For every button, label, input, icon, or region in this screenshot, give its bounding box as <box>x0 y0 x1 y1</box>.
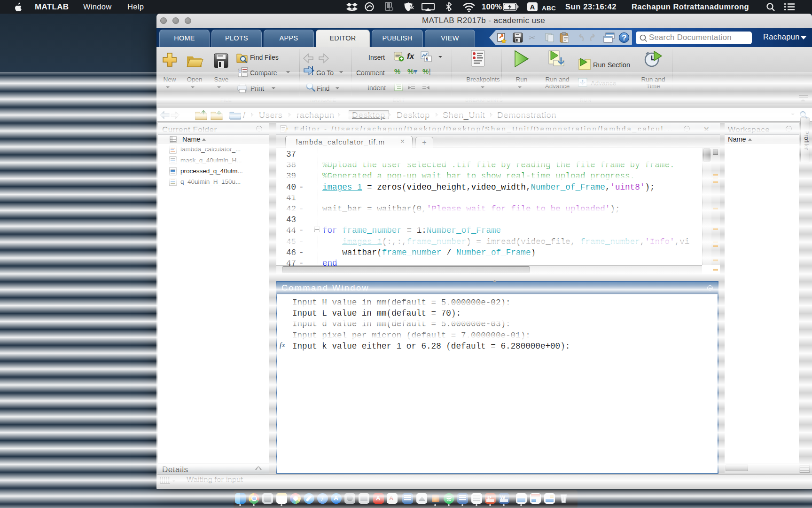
svg-text:?: ? <box>622 33 626 42</box>
